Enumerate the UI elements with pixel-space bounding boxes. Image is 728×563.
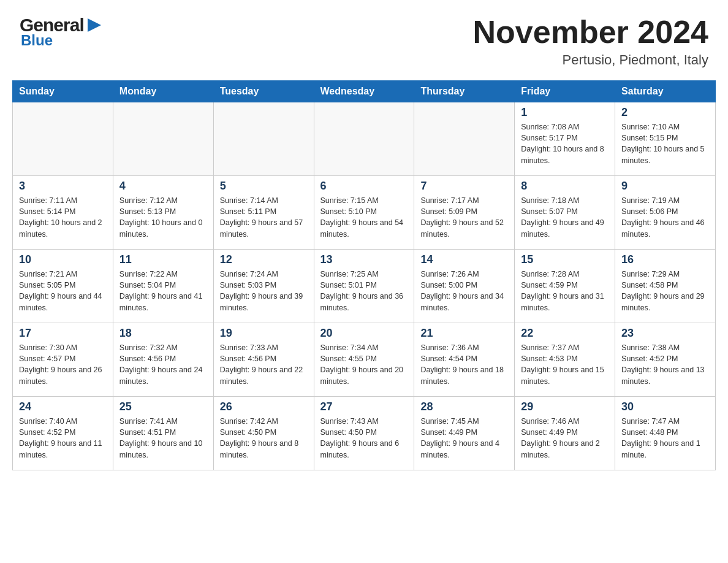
day-info: Sunrise: 7:40 AM Sunset: 4:52 PM Dayligh… [19,416,107,461]
calendar-cell: 30Sunrise: 7:47 AM Sunset: 4:48 PM Dayli… [615,397,716,470]
calendar-cell: 10Sunrise: 7:21 AM Sunset: 5:05 PM Dayli… [13,250,113,323]
col-friday: Friday [515,81,615,102]
calendar-table: Sunday Monday Tuesday Wednesday Thursday… [12,80,716,470]
calendar-week-row-1: 1Sunrise: 7:08 AM Sunset: 5:17 PM Daylig… [13,102,716,176]
page-title: November 2024 [473,15,708,50]
calendar-cell: 4Sunrise: 7:12 AM Sunset: 5:13 PM Daylig… [113,176,213,250]
col-saturday: Saturday [615,81,716,102]
logo-arrow-icon [85,16,104,34]
calendar-week-row-3: 10Sunrise: 7:21 AM Sunset: 5:05 PM Dayli… [13,250,716,323]
day-number: 25 [119,400,207,413]
logo: General Blue [20,15,104,49]
day-number: 21 [420,327,508,340]
calendar-cell: 23Sunrise: 7:38 AM Sunset: 4:52 PM Dayli… [615,323,716,397]
col-tuesday: Tuesday [213,81,314,102]
day-number: 15 [521,253,609,266]
calendar-cell [314,102,414,176]
day-number: 5 [220,180,308,193]
calendar-week-row-4: 17Sunrise: 7:30 AM Sunset: 4:57 PM Dayli… [13,323,716,397]
calendar-cell: 11Sunrise: 7:22 AM Sunset: 5:04 PM Dayli… [113,250,213,323]
calendar-cell [414,102,515,176]
day-info: Sunrise: 7:10 AM Sunset: 5:15 PM Dayligh… [621,121,709,166]
calendar-cell: 1Sunrise: 7:08 AM Sunset: 5:17 PM Daylig… [515,102,615,176]
day-info: Sunrise: 7:18 AM Sunset: 5:07 PM Dayligh… [521,195,609,240]
day-number: 11 [119,253,207,266]
calendar-cell: 18Sunrise: 7:32 AM Sunset: 4:56 PM Dayli… [113,323,213,397]
calendar-cell: 5Sunrise: 7:14 AM Sunset: 5:11 PM Daylig… [213,176,314,250]
day-info: Sunrise: 7:12 AM Sunset: 5:13 PM Dayligh… [119,195,207,240]
calendar-cell: 15Sunrise: 7:28 AM Sunset: 4:59 PM Dayli… [515,250,615,323]
day-number: 27 [320,400,408,413]
calendar-header-row: Sunday Monday Tuesday Wednesday Thursday… [13,81,716,102]
day-number: 8 [521,180,609,193]
title-area: November 2024 Pertusio, Piedmont, Italy [473,15,708,68]
day-number: 3 [19,180,107,193]
day-number: 10 [19,253,107,266]
day-info: Sunrise: 7:32 AM Sunset: 4:56 PM Dayligh… [119,342,207,387]
day-number: 18 [119,327,207,340]
day-info: Sunrise: 7:24 AM Sunset: 5:03 PM Dayligh… [220,269,308,313]
day-info: Sunrise: 7:45 AM Sunset: 4:49 PM Dayligh… [420,416,508,461]
calendar-cell: 17Sunrise: 7:30 AM Sunset: 4:57 PM Dayli… [13,323,113,397]
day-info: Sunrise: 7:37 AM Sunset: 4:53 PM Dayligh… [521,342,609,387]
day-number: 9 [621,180,709,193]
calendar-cell: 26Sunrise: 7:42 AM Sunset: 4:50 PM Dayli… [213,397,314,470]
calendar-cell: 20Sunrise: 7:34 AM Sunset: 4:55 PM Dayli… [314,323,414,397]
calendar-cell: 8Sunrise: 7:18 AM Sunset: 5:07 PM Daylig… [515,176,615,250]
day-number: 14 [420,253,508,266]
day-info: Sunrise: 7:22 AM Sunset: 5:04 PM Dayligh… [119,269,207,313]
svg-marker-0 [88,18,101,32]
logo-blue-text: Blue [21,32,53,49]
col-wednesday: Wednesday [314,81,414,102]
day-info: Sunrise: 7:43 AM Sunset: 4:50 PM Dayligh… [320,416,408,461]
day-number: 7 [420,180,508,193]
calendar-cell: 7Sunrise: 7:17 AM Sunset: 5:09 PM Daylig… [414,176,515,250]
day-number: 17 [19,327,107,340]
day-info: Sunrise: 7:11 AM Sunset: 5:14 PM Dayligh… [19,195,107,240]
day-info: Sunrise: 7:26 AM Sunset: 5:00 PM Dayligh… [420,269,508,313]
day-number: 29 [521,400,609,413]
day-number: 28 [420,400,508,413]
day-info: Sunrise: 7:30 AM Sunset: 4:57 PM Dayligh… [19,342,107,387]
calendar-week-row-2: 3Sunrise: 7:11 AM Sunset: 5:14 PM Daylig… [13,176,716,250]
day-info: Sunrise: 7:15 AM Sunset: 5:10 PM Dayligh… [320,195,408,240]
calendar-cell: 2Sunrise: 7:10 AM Sunset: 5:15 PM Daylig… [615,102,716,176]
calendar-week-row-5: 24Sunrise: 7:40 AM Sunset: 4:52 PM Dayli… [13,397,716,470]
day-number: 20 [320,327,408,340]
day-info: Sunrise: 7:38 AM Sunset: 4:52 PM Dayligh… [621,342,709,387]
calendar-cell: 12Sunrise: 7:24 AM Sunset: 5:03 PM Dayli… [213,250,314,323]
calendar-cell: 19Sunrise: 7:33 AM Sunset: 4:56 PM Dayli… [213,323,314,397]
day-number: 23 [621,327,709,340]
calendar-cell: 25Sunrise: 7:41 AM Sunset: 4:51 PM Dayli… [113,397,213,470]
page-subtitle: Pertusio, Piedmont, Italy [473,52,708,68]
calendar-cell: 6Sunrise: 7:15 AM Sunset: 5:10 PM Daylig… [314,176,414,250]
day-number: 22 [521,327,609,340]
day-info: Sunrise: 7:28 AM Sunset: 4:59 PM Dayligh… [521,269,609,313]
day-info: Sunrise: 7:14 AM Sunset: 5:11 PM Dayligh… [220,195,308,240]
calendar-cell: 9Sunrise: 7:19 AM Sunset: 5:06 PM Daylig… [615,176,716,250]
day-info: Sunrise: 7:29 AM Sunset: 4:58 PM Dayligh… [621,269,709,313]
calendar-cell: 3Sunrise: 7:11 AM Sunset: 5:14 PM Daylig… [13,176,113,250]
day-info: Sunrise: 7:33 AM Sunset: 4:56 PM Dayligh… [220,342,308,387]
day-number: 19 [220,327,308,340]
day-info: Sunrise: 7:21 AM Sunset: 5:05 PM Dayligh… [19,269,107,313]
calendar-cell: 24Sunrise: 7:40 AM Sunset: 4:52 PM Dayli… [13,397,113,470]
day-info: Sunrise: 7:41 AM Sunset: 4:51 PM Dayligh… [119,416,207,461]
calendar-cell [13,102,113,176]
day-info: Sunrise: 7:36 AM Sunset: 4:54 PM Dayligh… [420,342,508,387]
day-number: 16 [621,253,709,266]
day-info: Sunrise: 7:19 AM Sunset: 5:06 PM Dayligh… [621,195,709,240]
calendar-cell: 28Sunrise: 7:45 AM Sunset: 4:49 PM Dayli… [414,397,515,470]
calendar-cell: 13Sunrise: 7:25 AM Sunset: 5:01 PM Dayli… [314,250,414,323]
calendar-cell [113,102,213,176]
calendar-cell: 22Sunrise: 7:37 AM Sunset: 4:53 PM Dayli… [515,323,615,397]
calendar-cell [213,102,314,176]
calendar-cell: 16Sunrise: 7:29 AM Sunset: 4:58 PM Dayli… [615,250,716,323]
day-number: 4 [119,180,207,193]
day-number: 24 [19,400,107,413]
col-sunday: Sunday [13,81,113,102]
col-monday: Monday [113,81,213,102]
day-info: Sunrise: 7:47 AM Sunset: 4:48 PM Dayligh… [621,416,709,461]
day-number: 6 [320,180,408,193]
day-number: 13 [320,253,408,266]
